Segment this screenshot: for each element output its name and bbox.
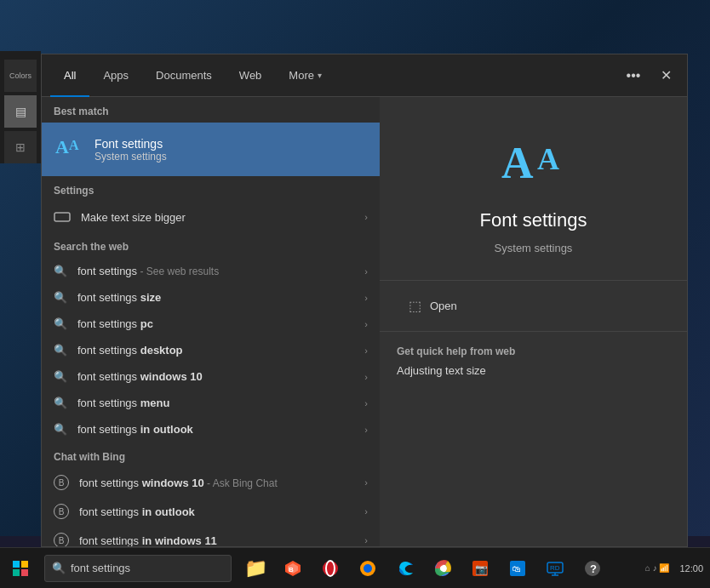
svg-text:B: B [289, 566, 294, 574]
search-result-5[interactable]: 🔍 font settings menu › [42, 390, 380, 416]
svg-text:A: A [69, 138, 79, 152]
open-button[interactable]: ⬚ Open [397, 289, 670, 323]
svg-rect-5 [13, 561, 20, 568]
svg-point-15 [364, 564, 372, 573]
right-app-subtitle: System settings [495, 242, 573, 254]
taskbar-photos[interactable]: 📷 [463, 551, 497, 585]
taskbar-opera[interactable] [313, 551, 347, 585]
side-apps-panel: Colors ▤ ⊞ [0, 51, 41, 163]
search-result-3[interactable]: 🔍 font settings desktop › [42, 337, 380, 363]
tab-all[interactable]: All [50, 54, 89, 97]
taskbar: 🔍 font settings 📁 B [0, 547, 710, 588]
help-link[interactable]: Adjusting text size [397, 364, 670, 377]
taskbar-right: ⌂ ♪ 📶 12:00 [645, 563, 710, 574]
search-icon-2: 🔍 [54, 317, 67, 330]
svg-rect-2 [54, 213, 70, 221]
search-icon-6: 🔍 [54, 423, 67, 436]
taskbar-store[interactable]: 🛍 [501, 551, 535, 585]
open-icon: ⬚ [409, 298, 421, 314]
taskbar-search-icon: 🔍 [52, 562, 66, 574]
svg-point-12 [323, 561, 338, 576]
best-match-subtitle: System settings [94, 151, 167, 163]
side-app-1[interactable]: ▤ [4, 95, 37, 128]
svg-rect-7 [13, 569, 20, 576]
side-app-color[interactable]: Colors [4, 60, 37, 92]
tab-apps[interactable]: Apps [89, 54, 142, 97]
search-icon-5: 🔍 [54, 397, 67, 409]
start-button[interactable] [0, 548, 41, 589]
settings-section-label: Settings [42, 176, 380, 202]
search-result-2[interactable]: 🔍 font settings pc › [42, 311, 380, 337]
right-actions-section: ⬚ Open [380, 281, 687, 332]
bing-result-1[interactable]: B font settings in outlook › [42, 497, 380, 526]
svg-text:RD: RD [550, 564, 560, 572]
taskbar-firefox[interactable] [351, 551, 385, 585]
taskbar-app-icons: 📁 B [238, 551, 610, 585]
search-web-label: Search the web [42, 232, 380, 258]
bing-icon-0: B [54, 475, 69, 490]
bing-result-2[interactable]: B font settings in windows 11 › [42, 526, 380, 546]
taskbar-search-bar[interactable]: 🔍 font settings [44, 555, 232, 582]
taskbar-search-text: font settings [71, 562, 130, 574]
best-match-text: Font settings System settings [94, 137, 167, 163]
arrow-icon-2: › [364, 319, 368, 329]
search-icon-0: 🔍 [54, 265, 67, 277]
search-icon-1: 🔍 [54, 291, 67, 304]
close-button[interactable]: ✕ [653, 63, 679, 88]
svg-text:?: ? [590, 562, 597, 575]
right-panel: A A Font settings System settings ⬚ Open… [380, 97, 687, 546]
bing-icon-1: B [54, 504, 69, 519]
best-match-title: Font settings [94, 137, 167, 151]
right-top-section: A A Font settings System settings [380, 97, 687, 281]
search-panel: All Apps Documents Web More ▾ ••• ✕ [41, 54, 688, 547]
system-tray: ⌂ ♪ 📶 [645, 563, 670, 573]
help-title: Get quick help from web [397, 345, 670, 357]
search-icon-3: 🔍 [54, 344, 67, 357]
search-icon-4: 🔍 [54, 370, 67, 383]
svg-rect-6 [21, 561, 28, 568]
arrow-icon: › [364, 212, 368, 222]
side-app-2[interactable]: ⊞ [4, 131, 37, 163]
arrow-bing-0: › [364, 477, 368, 488]
taskbar-edge[interactable] [388, 551, 422, 585]
taskbar-remote-desktop[interactable]: RD [538, 551, 572, 585]
bing-icon-2: B [54, 533, 69, 546]
svg-point-18 [440, 566, 445, 571]
svg-rect-8 [21, 569, 28, 576]
arrow-icon-3: › [364, 345, 368, 356]
taskbar-chrome[interactable] [426, 551, 460, 585]
taskbar-file-explorer[interactable]: 📁 [238, 551, 272, 585]
arrow-icon-5: › [364, 398, 368, 408]
arrow-bing-2: › [364, 535, 368, 545]
text-size-icon [54, 208, 71, 225]
right-app-title: Font settings [480, 209, 587, 231]
font-settings-icon: A A [54, 131, 84, 168]
svg-text:A: A [55, 136, 69, 157]
tab-documents[interactable]: Documents [142, 54, 226, 97]
options-button[interactable]: ••• [621, 63, 646, 88]
svg-text:A: A [537, 142, 559, 176]
make-text-bigger-item[interactable]: Make text size bigger › [42, 202, 380, 232]
right-font-icon: A A [500, 131, 568, 199]
search-result-4[interactable]: 🔍 font settings windows 10 › [42, 363, 380, 390]
arrow-bing-1: › [364, 506, 368, 517]
search-result-0[interactable]: 🔍 font settings - See web results › [42, 258, 380, 284]
content-area: Best match A A Font settings System sett… [42, 97, 687, 546]
search-result-6[interactable]: 🔍 font settings in outlook › [42, 416, 380, 442]
taskbar-brave[interactable]: B [276, 551, 310, 585]
tab-more[interactable]: More ▾ [275, 54, 335, 97]
bing-section-label: Chat with Bing [42, 442, 380, 468]
chevron-down-icon: ▾ [318, 71, 322, 80]
search-result-1[interactable]: 🔍 font settings size › [42, 284, 380, 311]
svg-text:📷: 📷 [475, 562, 488, 575]
bing-result-0[interactable]: B font settings windows 10 - Ask Bing Ch… [42, 468, 380, 497]
arrow-icon-6: › [364, 425, 368, 435]
best-match-label: Best match [42, 97, 380, 123]
right-help-section: Get quick help from web Adjusting text s… [380, 332, 687, 391]
svg-text:A: A [501, 139, 534, 187]
tab-web[interactable]: Web [226, 54, 276, 97]
best-match-item[interactable]: A A Font settings System settings [42, 123, 380, 176]
arrow-icon-0: › [364, 266, 368, 277]
taskbar-help[interactable]: ? [575, 551, 610, 585]
open-label: Open [430, 300, 457, 312]
